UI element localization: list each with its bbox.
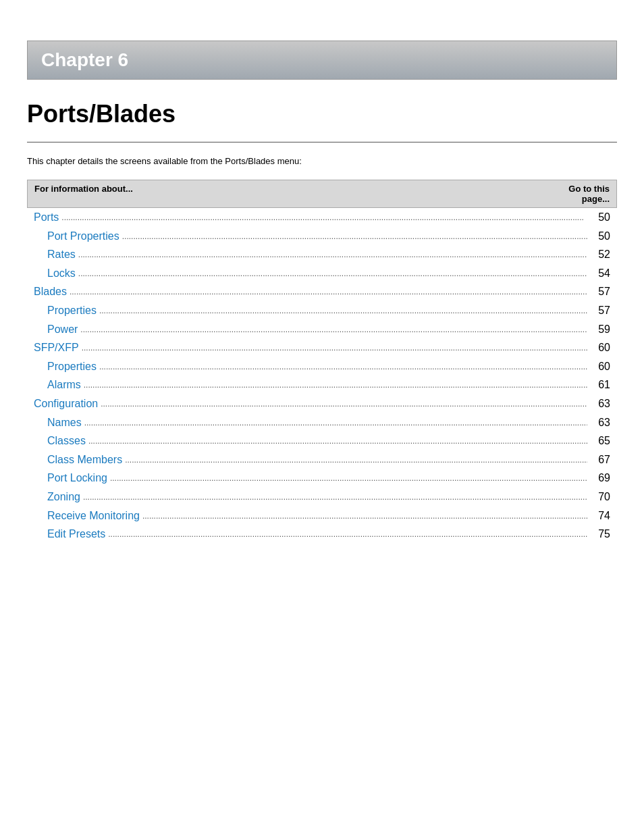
toc-entry-label[interactable]: Locks (47, 265, 76, 282)
toc-entry-dots: ........................................… (125, 454, 587, 467)
toc-entry-label[interactable]: Configuration (34, 395, 98, 413)
toc-entry-page: 75 (590, 525, 610, 543)
toc-entry-label[interactable]: Properties (47, 302, 97, 319)
toc-entry-label[interactable]: Properties (47, 358, 97, 375)
chapter-label: Chapter 6 (41, 49, 128, 70)
toc-entry-page: 59 (590, 321, 610, 338)
toc-entry-page: 69 (590, 469, 610, 487)
toc-entry-dots: ........................................… (99, 361, 587, 373)
toc-entry[interactable]: Classes ................................… (27, 432, 617, 450)
toc-entry-page: 54 (590, 265, 610, 282)
toc-entry[interactable]: Port Locking ...........................… (27, 469, 617, 488)
toc-entry-page: 63 (590, 395, 610, 413)
toc-entry-dots: ........................................… (110, 472, 587, 485)
intro-text: This chapter details the screens availab… (27, 156, 617, 166)
toc-entry-page: 50 (590, 209, 610, 226)
toc-entry[interactable]: Blades .................................… (27, 282, 617, 301)
toc-entry-dots: ........................................… (83, 491, 587, 504)
toc-entry-page: 74 (590, 507, 610, 525)
toc-entry-page: 60 (590, 358, 610, 375)
toc-container: For information about... Go to this page… (27, 180, 617, 544)
toc-entry-label[interactable]: Classes (47, 432, 86, 450)
toc-entry-dots: ........................................… (70, 286, 587, 298)
toc-entry-label[interactable]: Class Members (47, 451, 122, 469)
toc-entry-dots: ........................................… (101, 398, 587, 411)
toc-body: Ports ..................................… (27, 208, 617, 544)
toc-entry-label[interactable]: SFP/XFP (34, 339, 79, 357)
toc-entry-page: 52 (590, 246, 610, 263)
toc-entry-page: 60 (590, 339, 610, 357)
toc-entry-page: 57 (590, 283, 610, 301)
toc-entry[interactable]: Ports ..................................… (27, 208, 617, 227)
toc-entry-dots: ........................................… (84, 417, 587, 429)
toc-entry-dots: ........................................… (61, 211, 587, 224)
toc-header: For information about... Go to this page… (27, 180, 617, 208)
toc-entry-page: 63 (590, 414, 610, 432)
divider (27, 142, 617, 142)
toc-entry-page: 67 (590, 451, 610, 469)
toc-entry[interactable]: Rates ..................................… (27, 245, 617, 264)
toc-entry-label[interactable]: Port Locking (47, 469, 107, 487)
toc-entry[interactable]: Edit Presets ...........................… (27, 525, 617, 544)
toc-entry-dots: ........................................… (84, 379, 587, 392)
toc-entry[interactable]: Properties .............................… (27, 357, 617, 376)
toc-entry-dots: ........................................… (78, 267, 587, 280)
toc-entry[interactable]: Power ..................................… (27, 320, 617, 339)
toc-entry-label[interactable]: Blades (34, 283, 67, 301)
toc-entry[interactable]: Receive Monitoring .....................… (27, 506, 617, 525)
toc-entry[interactable]: SFP/XFP ................................… (27, 338, 617, 357)
toc-entry-label[interactable]: Names (47, 414, 82, 432)
toc-entry[interactable]: Names ..................................… (27, 413, 617, 432)
toc-entry[interactable]: Zoning .................................… (27, 488, 617, 506)
toc-entry-page: 50 (590, 228, 610, 245)
page: Chapter 6 Ports/Blades This chapter deta… (0, 41, 644, 834)
toc-header-right: Go to this page... (556, 184, 610, 204)
toc-entry-label[interactable]: Receive Monitoring (47, 507, 140, 525)
toc-entry-page: 65 (590, 432, 610, 450)
toc-entry-label[interactable]: Zoning (47, 488, 80, 506)
toc-entry[interactable]: Port Properties ........................… (27, 227, 617, 246)
toc-entry-label[interactable]: Alarms (47, 376, 81, 394)
toc-entry-dots: ........................................… (142, 510, 587, 523)
toc-entry-dots: ........................................… (99, 305, 587, 317)
toc-entry-dots: ........................................… (108, 528, 587, 541)
toc-entry[interactable]: Configuration ..........................… (27, 394, 617, 413)
toc-entry[interactable]: Properties .............................… (27, 301, 617, 320)
toc-entry-label[interactable]: Port Properties (47, 228, 119, 245)
toc-entry-page: 57 (590, 302, 610, 319)
toc-entry[interactable]: Alarms .................................… (27, 375, 617, 394)
toc-entry-dots: ........................................… (122, 230, 587, 243)
page-title: Ports/Blades (27, 100, 617, 128)
toc-entry-page: 61 (590, 376, 610, 394)
toc-entry-dots: ........................................… (80, 323, 587, 336)
toc-entry-label[interactable]: Ports (34, 209, 59, 226)
toc-entry-dots: ........................................… (88, 435, 587, 448)
toc-entry-label[interactable]: Rates (47, 246, 76, 263)
toc-entry-dots: ........................................… (82, 342, 587, 355)
toc-entry-page: 70 (590, 488, 610, 506)
toc-entry-label[interactable]: Power (47, 321, 78, 338)
toc-entry-label[interactable]: Edit Presets (47, 525, 105, 543)
chapter-banner: Chapter 6 (27, 41, 617, 80)
toc-entry[interactable]: Class Members ..........................… (27, 450, 617, 469)
toc-header-left: For information about... (34, 184, 556, 204)
toc-entry-dots: ........................................… (78, 249, 587, 261)
toc-entry[interactable]: Locks ..................................… (27, 264, 617, 283)
